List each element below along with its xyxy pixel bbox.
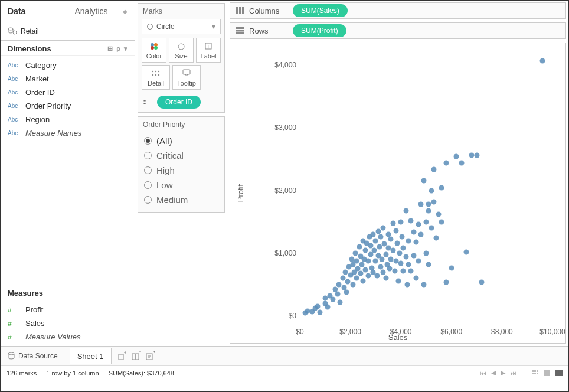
- data-point[interactable]: [434, 236, 439, 241]
- detail-pill[interactable]: Order ID: [157, 96, 201, 109]
- data-point[interactable]: [388, 257, 394, 262]
- detail-button[interactable]: Detail: [142, 65, 170, 90]
- data-point[interactable]: [373, 238, 378, 243]
- data-point[interactable]: [464, 249, 469, 254]
- menu-icon[interactable]: ▾: [124, 45, 127, 53]
- data-point[interactable]: [357, 244, 362, 250]
- data-point[interactable]: [335, 291, 341, 296]
- sheet-tab[interactable]: Sheet 1: [70, 348, 112, 364]
- data-point[interactable]: [404, 282, 410, 287]
- data-point[interactable]: [377, 244, 382, 250]
- data-point[interactable]: [383, 251, 388, 257]
- data-point[interactable]: [421, 178, 426, 183]
- data-point[interactable]: [353, 250, 358, 256]
- data-point[interactable]: [416, 258, 421, 263]
- data-point[interactable]: [424, 250, 429, 256]
- data-point[interactable]: [381, 226, 386, 231]
- data-point[interactable]: [431, 199, 436, 204]
- nav-last-icon[interactable]: ⏭: [510, 370, 516, 377]
- data-point[interactable]: [398, 260, 404, 266]
- measure-field[interactable]: #Sales: [1, 316, 135, 330]
- filter-option[interactable]: Medium: [144, 192, 218, 207]
- nav-next-icon[interactable]: ▶: [501, 369, 505, 377]
- data-point[interactable]: [363, 267, 368, 273]
- data-point[interactable]: [426, 201, 431, 207]
- dimension-field[interactable]: AbcMeasure Names: [1, 126, 135, 140]
- view-full-icon[interactable]: [555, 370, 563, 376]
- filter-option[interactable]: (All): [144, 133, 218, 148]
- data-point[interactable]: [421, 282, 426, 287]
- data-point[interactable]: [344, 289, 349, 295]
- data-point[interactable]: [413, 276, 418, 281]
- data-point[interactable]: [322, 296, 328, 301]
- data-point[interactable]: [431, 166, 436, 172]
- color-button[interactable]: Color: [142, 38, 166, 63]
- tab-data[interactable]: Data: [1, 1, 68, 22]
- filter-option[interactable]: High: [144, 163, 218, 178]
- data-point[interactable]: [358, 270, 363, 276]
- data-point[interactable]: [371, 231, 376, 237]
- search-icon[interactable]: ρ: [116, 45, 120, 53]
- nav-first-icon[interactable]: ⏮: [480, 370, 486, 377]
- data-point[interactable]: [401, 268, 406, 273]
- data-point[interactable]: [398, 219, 404, 224]
- data-point[interactable]: [406, 238, 411, 243]
- data-point[interactable]: [539, 58, 545, 63]
- data-point[interactable]: [403, 254, 408, 260]
- data-point[interactable]: [380, 257, 385, 262]
- filter-option[interactable]: Critical: [144, 148, 218, 163]
- label-button[interactable]: T Label: [196, 38, 221, 63]
- new-worksheet-icon[interactable]: [117, 351, 127, 361]
- dimension-field[interactable]: AbcOrder ID: [1, 86, 135, 99]
- data-point[interactable]: [436, 211, 442, 217]
- data-point[interactable]: [411, 229, 416, 234]
- data-point[interactable]: [350, 282, 355, 287]
- new-dashboard-icon[interactable]: [132, 351, 141, 361]
- data-point[interactable]: [330, 297, 335, 302]
- data-source-tab[interactable]: Data Source: [1, 347, 65, 365]
- data-point[interactable]: [354, 276, 359, 281]
- data-point[interactable]: [459, 160, 464, 165]
- data-point[interactable]: [340, 276, 345, 281]
- data-point[interactable]: [413, 239, 418, 244]
- data-point[interactable]: [401, 246, 406, 251]
- data-point[interactable]: [338, 299, 343, 305]
- rows-shelf[interactable]: Rows SUM(Profit): [230, 22, 566, 39]
- data-point[interactable]: [395, 278, 401, 283]
- dimension-field[interactable]: AbcRegion: [1, 113, 135, 126]
- data-point[interactable]: [411, 253, 416, 259]
- data-point[interactable]: [368, 251, 373, 257]
- data-point[interactable]: [325, 305, 331, 310]
- data-point[interactable]: [374, 273, 380, 279]
- columns-pill[interactable]: SUM(Sales): [293, 4, 348, 17]
- data-point[interactable]: [365, 258, 371, 263]
- datasource-row[interactable]: Retail: [1, 22, 135, 41]
- data-point[interactable]: [449, 266, 454, 271]
- data-point[interactable]: [383, 276, 388, 281]
- measure-field[interactable]: #Profit: [1, 303, 135, 316]
- data-point[interactable]: [391, 247, 396, 253]
- data-point[interactable]: [391, 220, 396, 226]
- new-story-icon[interactable]: [146, 351, 155, 361]
- data-point[interactable]: [416, 221, 421, 227]
- nav-prev-icon[interactable]: ◀: [491, 369, 496, 377]
- data-point[interactable]: [373, 258, 378, 263]
- data-point[interactable]: [408, 218, 414, 223]
- data-point[interactable]: [318, 309, 323, 315]
- data-point[interactable]: [426, 262, 431, 267]
- rows-pill[interactable]: SUM(Profit): [293, 24, 346, 37]
- data-point[interactable]: [393, 228, 398, 233]
- data-point[interactable]: [444, 279, 449, 285]
- data-point[interactable]: [426, 208, 431, 213]
- view-grid-icon[interactable]: [532, 370, 539, 376]
- data-point[interactable]: [361, 278, 366, 283]
- data-point[interactable]: [363, 247, 368, 253]
- data-point[interactable]: [394, 240, 400, 246]
- data-point[interactable]: [378, 234, 383, 240]
- data-point[interactable]: [403, 208, 408, 213]
- data-point[interactable]: [365, 273, 371, 279]
- data-point[interactable]: [345, 279, 351, 284]
- measure-field[interactable]: #Measure Values: [1, 330, 135, 344]
- chart-area[interactable]: Profit Sales $0$1,000$2,000$3,000$4,000 …: [230, 43, 566, 344]
- columns-shelf[interactable]: Columns SUM(Sales): [230, 2, 566, 19]
